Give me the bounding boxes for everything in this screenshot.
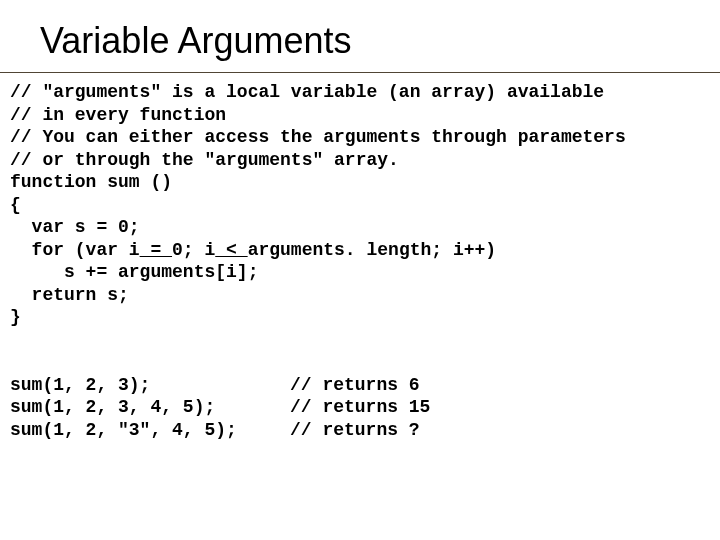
code-result: // returns 15 xyxy=(290,397,430,417)
code-call: sum(1, 2, 3); xyxy=(10,374,290,397)
code-line: return s; xyxy=(10,285,129,305)
code-line: sum(1, 2, 3, 4, 5);// returns 15 xyxy=(10,397,430,417)
code-underline: < xyxy=(215,240,247,260)
code-call: sum(1, 2, 3, 4, 5); xyxy=(10,396,290,419)
code-line: for (var i = 0; i < arguments. length; i… xyxy=(10,240,496,260)
code-line: sum(1, 2, 3);// returns 6 xyxy=(10,375,420,395)
code-underline: = xyxy=(140,240,172,260)
comment-line: // You can either access the arguments t… xyxy=(10,127,626,147)
code-result: // returns ? xyxy=(290,420,420,440)
code-line: function sum () xyxy=(10,172,172,192)
slide-title: Variable Arguments xyxy=(0,0,720,62)
code-line: } xyxy=(10,307,21,327)
code-result: // returns 6 xyxy=(290,375,420,395)
code-line: sum(1, 2, "3", 4, 5);// returns ? xyxy=(10,420,420,440)
code-block: // "arguments" is a local variable (an a… xyxy=(0,73,720,441)
code-line: s += arguments[i]; xyxy=(10,262,258,282)
comment-line: // "arguments" is a local variable (an a… xyxy=(10,82,604,102)
code-frag: 0; i xyxy=(172,240,215,260)
comment-line: // in every function xyxy=(10,105,226,125)
comment-line: // or through the "arguments" array. xyxy=(10,150,399,170)
code-frag: for (var i xyxy=(10,240,140,260)
code-call: sum(1, 2, "3", 4, 5); xyxy=(10,419,290,442)
slide: Variable Arguments // "arguments" is a l… xyxy=(0,0,720,540)
code-line: { xyxy=(10,195,21,215)
code-line: var s = 0; xyxy=(10,217,140,237)
code-frag: arguments. length; i++) xyxy=(248,240,496,260)
